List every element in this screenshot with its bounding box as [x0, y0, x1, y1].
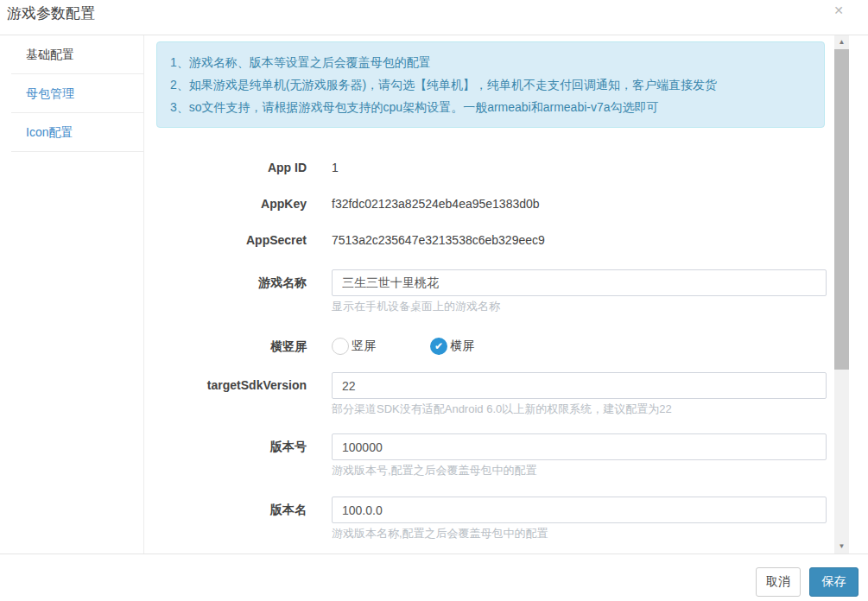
sidebar-item-icon-config[interactable]: Icon配置	[11, 113, 143, 152]
cancel-button[interactable]: 取消	[756, 567, 801, 597]
check-icon: ✔	[430, 338, 447, 355]
scroll-up-icon[interactable]: ▲	[834, 35, 849, 49]
target-sdk-hint: 部分渠道SDK没有适配Android 6.0以上新的权限系统，建议配置为22	[332, 402, 827, 416]
game-config-dialog: 游戏参数配置 ✕ 基础配置 母包管理 Icon配置 1、游戏名称、版本等设置之后…	[0, 0, 868, 601]
field-row-target-sdk: targetSdkVersion 部分渠道SDK没有适配Android 6.0以…	[156, 372, 827, 416]
sidebar-tabs: 基础配置 母包管理 Icon配置	[0, 35, 144, 554]
radio-unchecked-icon[interactable]	[332, 338, 349, 355]
version-code-input[interactable]	[332, 433, 827, 460]
dialog-body: 基础配置 母包管理 Icon配置 1、游戏名称、版本等设置之后会覆盖母包的配置 …	[0, 35, 868, 554]
save-button[interactable]: 保存	[809, 567, 858, 597]
version-name-label: 版本名	[156, 497, 307, 541]
app-secret-value: 7513a2c235647e3213538c6eb329eec9	[332, 233, 545, 247]
close-icon[interactable]: ✕	[833, 3, 844, 17]
notice-line: 1、游戏名称、版本等设置之后会覆盖母包的配置	[170, 51, 811, 73]
app-key-value: f32fdc02123a82524eb4ea95e1383d0b	[332, 197, 540, 211]
version-name-input[interactable]	[332, 497, 827, 523]
app-key-label: AppKey	[156, 197, 307, 211]
scroll-down-icon[interactable]: ▼	[834, 540, 849, 554]
game-name-label: 游戏名称	[156, 269, 307, 313]
radio-option-landscape[interactable]: ✔ 横屏	[430, 338, 474, 355]
sidebar-item-basic-config[interactable]: 基础配置	[11, 35, 143, 74]
app-id-value: 1	[332, 161, 339, 174]
app-id-label: App ID	[156, 161, 307, 174]
field-row-game-name: 游戏名称 显示在手机设备桌面上的游戏名称	[156, 269, 827, 313]
target-sdk-label: targetSdkVersion	[156, 372, 307, 416]
field-row-app-key: AppKey f32fdc02123a82524eb4ea95e1383d0b	[156, 197, 827, 211]
field-row-app-secret: AppSecret 7513a2c235647e3213538c6eb329ee…	[156, 233, 827, 247]
vertical-scrollbar[interactable]: ▲ ▼	[834, 35, 849, 554]
sidebar-item-label: Icon配置	[26, 125, 73, 139]
orientation-label: 横竖屏	[156, 338, 307, 355]
target-sdk-input[interactable]	[332, 372, 827, 399]
game-name-input[interactable]	[332, 269, 827, 296]
scrollbar-thumb[interactable]	[834, 49, 849, 370]
game-name-hint: 显示在手机设备桌面上的游戏名称	[332, 300, 827, 313]
tab-panel-basic-config: 1、游戏名称、版本等设置之后会覆盖母包的配置 2、如果游戏是纯单机(无游戏服务器…	[145, 35, 827, 554]
version-code-label: 版本号	[156, 433, 307, 478]
dialog-header: 游戏参数配置 ✕	[0, 0, 868, 35]
field-row-orientation: 横竖屏 竖屏 ✔ 横屏	[156, 338, 827, 355]
radio-option-label: 竖屏	[352, 338, 376, 354]
notice-line: 2、如果游戏是纯单机(无游戏服务器)，请勾选【纯单机】，纯单机不走支付回调通知，…	[170, 73, 811, 96]
sidebar-item-parent-package[interactable]: 母包管理	[11, 74, 143, 113]
radio-option-label: 横屏	[450, 338, 474, 354]
field-row-app-id: App ID 1	[156, 161, 827, 174]
radio-option-portrait[interactable]: 竖屏	[332, 338, 376, 355]
version-code-hint: 游戏版本号,配置之后会覆盖母包中的配置	[332, 464, 827, 478]
sidebar-item-label: 母包管理	[26, 86, 74, 100]
sidebar-item-label: 基础配置	[26, 47, 74, 61]
notice-line: 3、so文件支持，请根据游戏母包支持的cpu架构设置。一般armeabi和arm…	[170, 96, 811, 118]
field-row-version-name: 版本名 游戏版本名称,配置之后会覆盖母包中的配置	[156, 497, 827, 541]
field-row-version-code: 版本号 游戏版本号,配置之后会覆盖母包中的配置	[156, 433, 827, 478]
version-name-hint: 游戏版本名称,配置之后会覆盖母包中的配置	[332, 527, 827, 541]
dialog-footer: 取消 保存	[0, 554, 868, 601]
dialog-title: 游戏参数配置	[7, 3, 95, 23]
notice-box: 1、游戏名称、版本等设置之后会覆盖母包的配置 2、如果游戏是纯单机(无游戏服务器…	[156, 41, 825, 128]
radio-checked-icon[interactable]: ✔	[430, 338, 447, 355]
app-secret-label: AppSecret	[156, 233, 307, 247]
